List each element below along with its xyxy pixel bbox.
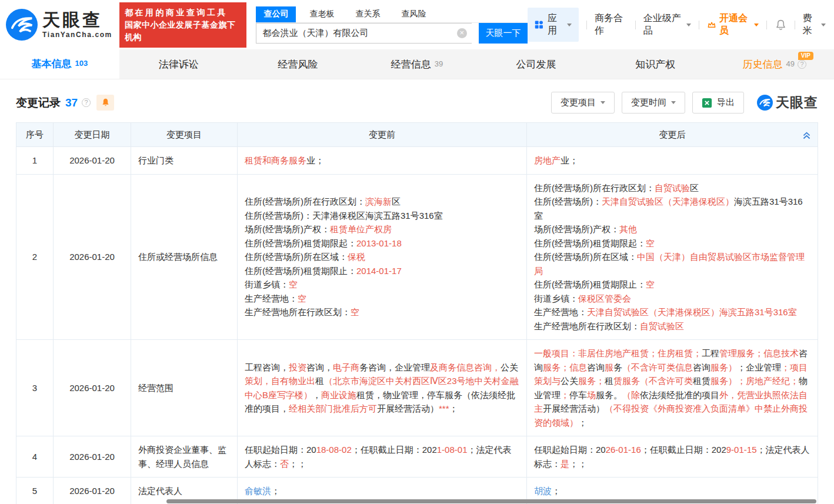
- text-run: 商业设施: [321, 390, 356, 400]
- text-run: ；；: [289, 459, 306, 469]
- apps-menu[interactable]: 应用: [528, 8, 579, 42]
- slogan-line2: 国家中小企业发展子基金旗下机构: [125, 19, 242, 44]
- text-run: 住所(经营场所)租赁期限止：: [245, 266, 356, 276]
- search-tab-company[interactable]: 查公司: [256, 6, 296, 22]
- subscribe-bell-button[interactable]: [96, 95, 114, 111]
- text-run: 任职起始日期：20: [245, 445, 316, 455]
- search-tab-risk[interactable]: 查风险: [393, 6, 433, 22]
- col-header-label: 序号: [26, 129, 44, 139]
- table-row: 12026-01-20行业门类租赁和商务服务业；房地产业；: [16, 147, 818, 175]
- divider: [586, 21, 587, 29]
- text-run: 空: [646, 279, 655, 289]
- tab-history[interactable]: 历史信息49?VIP: [715, 49, 834, 79]
- clear-search-icon[interactable]: ×: [457, 28, 467, 38]
- tab-label: 经营风险: [278, 58, 318, 71]
- divider: [635, 21, 636, 29]
- search-input-wrap: ×: [256, 23, 471, 44]
- text-run: 26-01-16: [606, 445, 641, 455]
- brand-logo-text: 天眼查 TianYanCha.com: [42, 11, 112, 39]
- nav-biz-cooperation[interactable]: 商务合作: [595, 12, 628, 37]
- chevron-down-icon: [567, 24, 572, 26]
- text-run: 区: [392, 196, 401, 206]
- text-run: 18-08-02: [316, 445, 352, 455]
- brand-logo[interactable]: 天眼查 TianYanCha.com: [6, 9, 112, 41]
- tab-count: 39: [435, 59, 443, 68]
- text-run: 务咨询，企业管理: [359, 362, 430, 372]
- text-run: 场: [587, 390, 596, 400]
- text-run: 住所(经营场所)租赁期限止：: [534, 279, 646, 289]
- text-run: 1-08-01: [437, 445, 468, 455]
- divider: [699, 21, 699, 29]
- section-count: 37: [65, 96, 78, 109]
- text-run: 服务；信息: [543, 362, 587, 372]
- tab-risk[interactable]: 经营风险: [238, 49, 358, 79]
- user-menu[interactable]: 费米: [803, 12, 826, 37]
- export-button[interactable]: 导出: [692, 92, 744, 114]
- notifications-bell-icon[interactable]: [775, 19, 787, 31]
- text-run: 区: [690, 183, 699, 193]
- text-run: 租赁: [693, 376, 710, 386]
- change-records-table-wrap: 序号变更日期变更项目变更前变更后 12026-01-20行业门类租赁和商务服务业…: [16, 122, 818, 504]
- text-run: ***: [439, 403, 449, 413]
- text-run: 2013-01-18: [356, 238, 402, 248]
- cell-line: 街道乡镇：保税区管委会: [534, 292, 810, 306]
- cell-before: 任职起始日期：2018-08-02；任职截止日期：2021-08-01；法定代表…: [238, 436, 527, 478]
- text-run: 2014-01-17: [356, 266, 402, 276]
- tab-basic-info[interactable]: 基本信息103: [0, 49, 119, 79]
- text-run: 及商务信息咨询，: [430, 362, 501, 372]
- text-run: 管理服务；信息技术: [719, 348, 799, 358]
- text-run: 服务）；房地产经纪；: [710, 376, 799, 386]
- table-row: 32026-01-20经营范围工程咨询，投资咨询，电子商务咨询，企业管理及商务信…: [16, 340, 818, 436]
- cell-after: 任职起始日期：2026-01-16；任职截止日期：2029-01-15；法定代表…: [527, 436, 818, 478]
- cell-item: 外商投资企业董事、监事、经理人员信息: [131, 436, 238, 478]
- divider: [766, 21, 767, 29]
- text-run: 天津自贸试验区（天津港保税区）: [602, 196, 734, 206]
- entity-link[interactable]: 胡波: [534, 486, 552, 496]
- tab-operation[interactable]: 经营信息39: [358, 49, 477, 79]
- nav-vip-label: 开通会员: [719, 12, 751, 37]
- text-run: 生产经营地所在行政区划：: [534, 321, 640, 331]
- search-button[interactable]: 天眼一下: [479, 23, 528, 44]
- tab-ip[interactable]: 知识产权: [596, 49, 715, 79]
- header: 天眼查 TianYanCha.com 都在用的商业查询工具 国家中小企业发展子基…: [0, 0, 834, 49]
- cell-line: 住所(经营场所)所在行政区划：自贸试验区: [534, 181, 810, 195]
- text-run: 务: [613, 362, 622, 372]
- filter-change-item-button[interactable]: 变更项目: [551, 92, 615, 114]
- tab-development[interactable]: 公司发展: [476, 49, 596, 79]
- text-run: 投资: [289, 362, 306, 372]
- text-run: 服务）: [710, 362, 737, 372]
- filter-change-time-button[interactable]: 变更时间: [622, 92, 685, 114]
- search-tab-boss[interactable]: 查老板: [302, 6, 342, 22]
- text-run: ；: [561, 390, 569, 400]
- nav-open-vip[interactable]: 开通会员: [707, 12, 759, 37]
- text-run: （不含许可类信息: [622, 362, 693, 372]
- text-run: 空: [646, 238, 655, 248]
- text-run: 生产经营地：: [245, 293, 298, 303]
- cell-line: 住所(经营场所)：天津港保税区海滨五路31号316室: [245, 209, 519, 223]
- nav-enterprise-products[interactable]: 企业级产品: [643, 12, 691, 37]
- text-run: 服务；: [578, 376, 605, 386]
- text-run: ；任职截止日期：202: [352, 445, 437, 455]
- col-header: 变更后: [527, 123, 818, 147]
- text-run: 一般项目：非居住房地产租赁；住房租赁；: [534, 348, 702, 358]
- brand-name: 天眼查: [42, 11, 112, 29]
- text-run: ；: [449, 403, 458, 413]
- search-input[interactable]: [256, 23, 471, 44]
- slogan-banner: 都在用的商业查询工具 国家中小企业发展子基金旗下机构: [119, 2, 247, 48]
- table-body: 12026-01-20行业门类租赁和商务服务业；房地产业；22026-01-20…: [16, 147, 818, 504]
- text-run: ；企业管理: [737, 362, 781, 372]
- collapse-icon[interactable]: [802, 130, 812, 140]
- vip-badge: VIP: [798, 52, 813, 60]
- help-icon[interactable]: ?: [82, 98, 91, 107]
- horizontal-scrollbar-thumb[interactable]: [166, 499, 816, 503]
- entity-link[interactable]: 俞敏洪: [245, 486, 271, 496]
- table-row: 22026-01-20住所或经营场所信息住所(经营场所)所在行政区划：滨海新区住…: [16, 174, 818, 340]
- divider: [795, 21, 795, 29]
- text-run: 住所(经营场所)租赁期限起：: [245, 238, 356, 248]
- cell-no: 1: [16, 147, 54, 175]
- tab-count: 49: [786, 59, 795, 68]
- text-run: 住所(经营场所)：天津港保税区海滨五路31号316室: [245, 211, 443, 221]
- tab-legal[interactable]: 法律诉讼: [119, 49, 239, 79]
- excel-icon: [702, 98, 712, 108]
- search-tab-relation[interactable]: 查关系: [348, 6, 388, 22]
